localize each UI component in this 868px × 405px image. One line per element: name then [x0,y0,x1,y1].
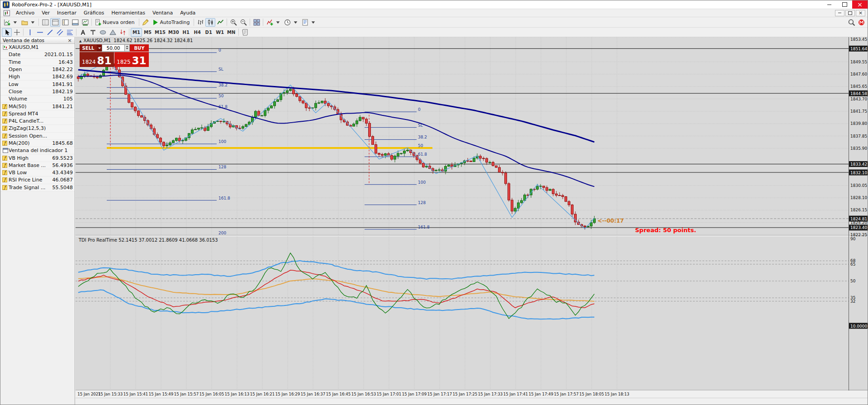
restore-button[interactable] [837,0,852,9]
menu-ayuda[interactable]: Ayuda [176,10,199,16]
timeframe-d1[interactable]: D1 [203,28,214,37]
strategy-tester-button[interactable] [80,18,90,27]
data-window-row[interactable]: Session Open... [0,133,75,140]
child-minimize-button[interactable] [835,10,844,16]
timeframe-w1[interactable]: W1 [214,28,226,37]
menu-herramientas[interactable]: Herramientas [108,10,149,16]
data-window-row[interactable]: Market Base ...56.4936 [0,162,75,169]
data-window-row[interactable]: High1842.69 [0,73,75,81]
data-window-row[interactable]: Date2021.01.15 [0,51,75,58]
zoom-in-button[interactable] [228,18,238,27]
timeframe-h1[interactable]: H1 [180,28,192,37]
data-window-row[interactable]: VB High69.5523 [0,154,75,162]
crosshair-tool[interactable] [12,28,22,37]
sell-options-caret-icon[interactable] [97,44,102,52]
data-window-row[interactable]: VB Low43.4349 [0,169,75,176]
cursor-tool[interactable] [2,28,12,37]
data-window-row[interactable]: RSI Price Line46.0687 [0,176,75,184]
timeframe-m30[interactable]: M30 [167,28,180,37]
lot-spinner[interactable] [125,44,130,52]
data-window-row[interactable]: Volume105 [0,95,75,103]
profiles-button[interactable] [19,18,29,27]
timeframe-mn[interactable]: MN [226,28,237,37]
triangle-tool[interactable] [108,28,118,37]
dw-row-label: Ventana del indicador 1 [9,148,68,153]
templates-button[interactable] [300,18,310,27]
data-window-row[interactable]: Low1841.91 [0,81,75,88]
horizontal-line-tool[interactable] [35,28,45,37]
data-window-row[interactable]: MA(50)1841.21 [0,103,75,110]
data-window-row[interactable]: MA(200)1845.68 [0,140,75,147]
label-tool[interactable] [88,28,98,37]
ellipse-tool[interactable] [98,28,108,37]
data-window-row[interactable]: Close1842.19 [0,88,75,95]
data-window-close-icon[interactable] [67,38,72,43]
menu-ventana[interactable]: Ventana [149,10,176,16]
data-window-row[interactable]: XAUUSD,M1 [0,44,75,51]
child-restore-button[interactable] [845,10,855,16]
profiles-dropdown[interactable] [29,18,37,27]
arrows-tool[interactable] [118,28,128,37]
metaeditor-button[interactable] [141,18,151,27]
menu-archivo[interactable]: Archivo [12,10,38,16]
sell-price-button[interactable]: 1824 81 [80,52,114,67]
menu-graficos[interactable]: Gráficos [80,10,108,16]
data-window-row[interactable]: Trade Signal ...55.5048 [0,184,75,191]
periods-button[interactable] [282,18,292,27]
data-window-button[interactable] [50,18,60,27]
spinner-up-icon[interactable] [126,44,128,47]
spinner-down-icon[interactable] [126,48,128,51]
menu-ver[interactable]: Ver [38,10,53,16]
timeframe-h4[interactable]: H4 [192,28,203,37]
indicator-icon-cell [2,111,9,116]
search-button[interactable] [846,18,856,27]
data-window-row[interactable]: Open1842.22 [0,66,75,73]
new-order-button[interactable]: Nueva orden [93,18,138,27]
sell-button[interactable]: SELL [80,44,97,52]
indicator-function-icon [2,141,7,146]
indicators-dropdown[interactable] [275,18,282,27]
data-window-row[interactable]: Spread MT4 [0,110,75,118]
vertical-line-tool[interactable] [25,28,35,37]
scripts-button[interactable] [240,28,250,37]
lot-size-input[interactable]: 50.00 [102,44,125,52]
data-window-row[interactable]: P4L CandleT... [0,118,75,125]
timeframe-m1[interactable]: M1 [131,28,142,37]
menu-insertar[interactable]: Insertar [53,10,80,16]
market-watch-button[interactable] [40,18,50,27]
data-window-row[interactable]: ZigZag(12,5,3) [0,125,75,132]
buy-price-button[interactable]: 1825 31 [114,52,149,67]
buy-button[interactable]: BUY [130,44,149,52]
timeframe-m5[interactable]: M5 [142,28,153,37]
terminal-button[interactable] [70,18,80,27]
chart-line-button[interactable] [215,18,225,27]
dw-row-value: 1842.69 [51,74,73,80]
periods-dropdown[interactable] [292,18,300,27]
time-axis[interactable]: 15 Jan 202115 Jan 15:3315 Jan 15:4115 Ja… [77,392,629,396]
data-window-row[interactable]: Time16:43 [0,59,75,66]
channel-tool[interactable] [55,28,65,37]
trendline-tool[interactable] [45,28,55,37]
minimize-button[interactable] [821,0,837,9]
data-window-row[interactable]: Ventana del indicador 1 [0,147,75,154]
tile-windows-button[interactable] [251,18,261,27]
chart-system-menu-icon[interactable] [3,10,10,16]
timeframe-m15[interactable]: M15 [153,28,167,37]
autotrading-button[interactable]: AutoTrading [151,18,193,27]
templates-dropdown[interactable] [310,18,318,27]
chart-bars-button[interactable] [195,18,205,27]
community-button[interactable] [856,18,866,27]
close-button[interactable] [852,0,868,9]
new-chart-dropdown[interactable] [12,18,19,27]
chart-canvas[interactable]: 0SL38.25061.8100128161.82000SL38.25061.8… [76,37,868,405]
new-chart-button[interactable] [2,18,12,27]
toolbar-separator [139,19,139,26]
fibonacci-tool[interactable] [65,28,75,37]
navigator-button[interactable] [60,18,70,27]
child-close-button[interactable] [856,10,865,16]
zoom-out-button[interactable] [238,18,248,27]
chart-candles-button[interactable] [205,18,215,27]
template-icon [302,19,308,26]
text-tool[interactable] [78,28,88,37]
indicators-button[interactable] [265,18,275,27]
